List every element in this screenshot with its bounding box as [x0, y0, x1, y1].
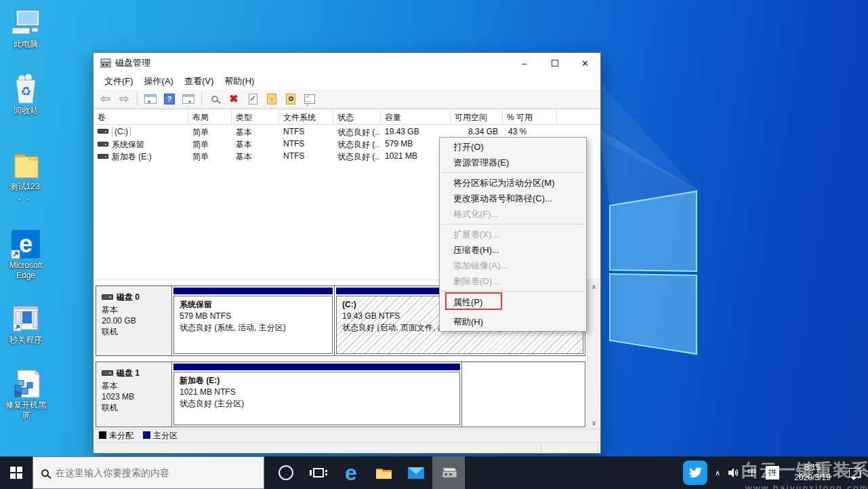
vertical-scrollbar[interactable]: ∧ ∨	[587, 281, 599, 429]
desktop: 此电脑 ♻ 回收站 测试123. 。。 e Microsoft Edge	[0, 0, 868, 489]
menu-item-help[interactable]: 帮助(H)	[440, 314, 586, 330]
legend-label: 主分区	[153, 431, 178, 440]
search-icon	[41, 469, 49, 477]
column-header-status[interactable]: 状态	[333, 110, 381, 125]
delete-volume-button[interactable]: ✖	[226, 92, 241, 106]
menu-file[interactable]: 文件(F)	[99, 74, 139, 89]
taskbar-disk-management[interactable]	[432, 456, 465, 489]
menu-item-properties[interactable]: 属性(P)	[440, 294, 586, 311]
taskbar-mail[interactable]	[400, 456, 432, 489]
title-bar[interactable]: 磁盘管理 – ✕	[94, 53, 600, 73]
desktop-icon-app-shortcut[interactable]: 秒关程序	[0, 302, 51, 345]
column-header-free[interactable]: 可用空间	[451, 110, 503, 125]
back-button[interactable]: ⇦	[98, 92, 112, 106]
action-pane-button[interactable]: ►	[181, 92, 196, 106]
menu-help[interactable]: 帮助(H)	[219, 74, 260, 89]
menu-item-mark-active[interactable]: 将分区标记为活动分区(M)	[440, 175, 586, 191]
svg-text:e: e	[19, 230, 33, 258]
taskbar-file-explorer[interactable]	[367, 456, 400, 489]
menu-item-explore[interactable]: 资源管理器(E)	[440, 155, 586, 170]
cell-layout: 简单	[192, 139, 209, 151]
fields-button[interactable]: ✓—✓—	[302, 92, 317, 106]
desktop-icon-test-folder[interactable]: 测试123. 。。	[0, 149, 51, 202]
task-view-button[interactable]	[302, 456, 335, 489]
desktop-icon-this-pc[interactable]: 此电脑	[0, 7, 51, 50]
disk-management-icon	[440, 466, 457, 480]
partition-system-reserved[interactable]: 系统保留 579 MB NTFS 状态良好 (系统, 活动, 主分区)	[172, 286, 335, 355]
column-header-type[interactable]: 类型	[232, 110, 279, 125]
clock-date: 2020/3/19	[794, 473, 830, 483]
forward-button[interactable]: ⇨	[117, 92, 131, 106]
desktop-icon-label: 此电脑	[0, 39, 51, 50]
up-arrow-file-icon: ↑	[267, 94, 276, 104]
taskbar-edge[interactable]: e	[335, 456, 367, 489]
column-header-capacity[interactable]: 容量	[381, 110, 451, 125]
close-button[interactable]: ✕	[570, 53, 600, 73]
taskbar-clock[interactable]: 8:152020/3/19	[784, 463, 841, 483]
menu-action[interactable]: 操作(A)	[139, 74, 179, 89]
explore-button[interactable]	[283, 92, 298, 106]
properties-tool-button[interactable]	[207, 92, 222, 106]
mark-active-button[interactable]: ✓	[245, 92, 260, 106]
disk-size: 20.00 GB	[102, 315, 166, 326]
menu-item-change-letter[interactable]: 更改驱动器号和路径(C)...	[440, 191, 586, 206]
extend-volume-button[interactable]: ↑	[264, 92, 279, 106]
menu-item-delete: 删除卷(D)...	[440, 273, 586, 289]
disk-1-label[interactable]: 磁盘 1 基本 1023 MB 联机	[96, 362, 172, 427]
desktop-icon-label: 测试123.	[0, 182, 51, 192]
console-tree-button[interactable]: ◄	[143, 92, 158, 106]
app-window-icon	[9, 302, 42, 335]
partition-size: 1021 MB NTFS	[180, 387, 454, 398]
menu-item-shrink[interactable]: 压缩卷(H)...	[440, 242, 586, 258]
menu-separator	[441, 172, 585, 173]
disk-0-label[interactable]: 磁盘 0 基本 20.00 GB 联机	[96, 286, 172, 355]
action-center-button[interactable]	[841, 468, 868, 477]
scroll-down-arrow[interactable]: ∨	[588, 417, 600, 429]
desktop-icon-registry-fix[interactable]: 修复开机黑 屏	[0, 368, 51, 420]
partition-e[interactable]: 新加卷 (E:) 1021 MB NTFS 状态良好 (主分区)	[172, 362, 462, 427]
legend-label: 未分配	[109, 431, 133, 440]
cell-capacity: 579 MB	[385, 139, 413, 149]
task-view-icon	[313, 468, 324, 477]
windows-logo-icon	[10, 467, 22, 479]
menu-view[interactable]: 查看(V)	[179, 74, 219, 89]
column-header-pct[interactable]: % 可用	[503, 110, 557, 125]
cell-pct: 43 %	[508, 127, 526, 136]
recycle-bin-icon: ♻	[9, 73, 42, 106]
minimize-button[interactable]: –	[509, 53, 539, 73]
svg-text:♻: ♻	[20, 85, 31, 98]
scroll-up-arrow[interactable]: ∧	[588, 281, 600, 292]
column-header-filesystem[interactable]: 文件系统	[279, 110, 333, 125]
cell-layout: 简单	[192, 127, 209, 138]
volume-name: 新加卷 (E:)	[112, 152, 152, 161]
taskbar-twitter[interactable]	[680, 461, 711, 485]
tray-chevron[interactable]: ∧	[711, 469, 724, 477]
menu-bar: 文件(F) 操作(A) 查看(V) 帮助(H)	[94, 73, 600, 90]
desktop-icon-microsoft-edge[interactable]: e Microsoft Edge	[0, 228, 51, 281]
column-header-empty	[557, 110, 600, 125]
disk-state: 联机	[102, 402, 166, 413]
menu-item-extend: 扩展卷(X)...	[440, 227, 586, 242]
disk-icon	[102, 370, 113, 376]
taskbar-search[interactable]	[33, 456, 264, 489]
maximize-button[interactable]	[539, 53, 570, 73]
column-header-volume[interactable]: 卷	[94, 110, 188, 125]
desktop-icon-recycle-bin[interactable]: ♻ 回收站	[0, 73, 51, 116]
menu-item-open[interactable]: 打开(O)	[440, 139, 586, 155]
ime-mode-label: 中	[747, 467, 757, 479]
partition-status: 状态良好 (主分区)	[180, 398, 454, 410]
ime-badge-label: 拼	[766, 466, 779, 480]
ime-pinyin-badge[interactable]: 拼	[761, 466, 784, 480]
cortana-button[interactable]	[270, 456, 302, 489]
help-button[interactable]: ?	[162, 92, 177, 106]
desktop-icon-label: 秒关程序	[0, 335, 51, 345]
registry-file-icon	[9, 368, 42, 400]
volume-button[interactable]	[724, 468, 743, 477]
ime-mode-indicator[interactable]: 中	[743, 467, 761, 479]
partition-name: 系统保留	[180, 299, 327, 311]
forward-icon: ⇨	[119, 92, 129, 106]
start-button[interactable]	[0, 456, 33, 489]
search-input[interactable]	[56, 467, 245, 478]
cortana-icon	[278, 465, 293, 480]
column-header-layout[interactable]: 布局	[188, 110, 232, 125]
